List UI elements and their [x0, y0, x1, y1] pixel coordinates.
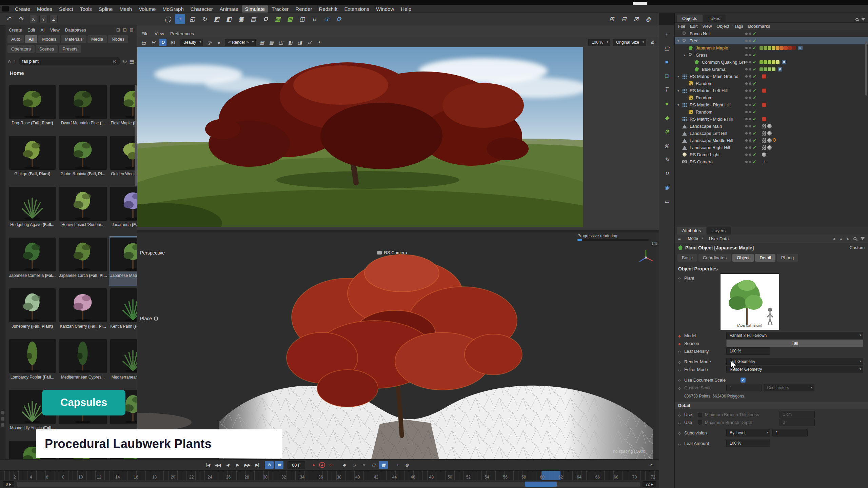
key-rotation-icon[interactable]: ○ [359, 461, 368, 469]
clone-viewer-icon[interactable]: ⊟ [150, 39, 157, 46]
axis-gizmo[interactable] [637, 249, 655, 266]
editor-visibility-dot[interactable] [745, 139, 748, 142]
expand-caret-icon[interactable] [684, 53, 688, 57]
enabled-check-icon[interactable] [753, 131, 758, 136]
om-menu-item[interactable]: Object [716, 24, 729, 29]
section-tab[interactable]: Detail [755, 254, 775, 262]
keyframe-diamond-icon[interactable] [678, 412, 682, 417]
section-tab[interactable]: Coordinates [698, 254, 731, 262]
object-row[interactable]: Landscape Left Hill [675, 130, 868, 137]
editor-visibility-dot[interactable] [745, 111, 748, 113]
detail-view-icon[interactable]: ⊠ [130, 27, 134, 33]
grid-view-icon[interactable]: ⊞ [116, 27, 120, 33]
enable-axis-icon[interactable]: ◎ [662, 140, 672, 151]
axis-lock-button[interactable]: X [29, 15, 37, 23]
search-icon[interactable] [855, 18, 859, 21]
snap-magnet-icon[interactable]: ∪ [662, 168, 672, 179]
keyframe-diamond-icon[interactable] [678, 341, 682, 346]
editor-visibility-dot[interactable] [745, 68, 748, 70]
keyframe-diamond-icon[interactable] [678, 276, 682, 281]
object-row[interactable]: RS Matrix - Left Hill [675, 87, 868, 94]
record-active-objects-icon[interactable]: ⊙ [326, 461, 335, 469]
asset-item[interactable]: Japanese Camellia (Fal... [8, 237, 57, 286]
texture-swatch[interactable] [780, 46, 784, 50]
polygons-mode-icon[interactable]: ◆ [662, 112, 672, 123]
goto-end-icon[interactable]: ▶| [253, 461, 261, 469]
up-folder-icon[interactable]: ↑ [14, 58, 16, 64]
texture-swatch[interactable] [776, 60, 780, 64]
menu-item[interactable]: Select [56, 5, 77, 13]
asset-scrollbar[interactable] [135, 85, 137, 186]
filter-tab[interactable]: Models [38, 35, 60, 43]
object-row[interactable]: RS Matrix - Right Hill [675, 101, 868, 108]
keyframe-diamond-icon[interactable] [678, 367, 682, 372]
filter-tab[interactable]: All [25, 35, 37, 43]
axis-lock-button[interactable]: Y [39, 15, 47, 23]
up-arrow-icon[interactable]: ▲ [839, 237, 843, 241]
render-pass-dropdown[interactable]: Beauty [180, 39, 203, 46]
ab-compare-icon[interactable]: ◫ [277, 39, 284, 46]
save-image-icon[interactable]: ▤ [140, 39, 147, 46]
filter-tab[interactable]: Materials [61, 35, 86, 43]
om-menu-item[interactable]: Tags [734, 24, 743, 29]
use-min-checkbox[interactable] [698, 412, 703, 417]
render-visibility-dot[interactable] [749, 54, 751, 56]
leaf-density-field[interactable]: 100 % [726, 347, 770, 355]
palette-icon[interactable] [1, 423, 4, 427]
aov-channel-icon[interactable]: ● [215, 39, 222, 46]
render-view-menu-item[interactable]: File [141, 31, 149, 36]
texture-swatch[interactable] [772, 60, 775, 64]
checker-tag-icon[interactable] [762, 145, 766, 150]
viewport-divider[interactable] [137, 230, 659, 232]
custom-button[interactable]: Custom [849, 245, 865, 250]
object-row[interactable]: Landscape Main [675, 123, 868, 130]
filter-tab[interactable]: Scenes [36, 45, 58, 53]
render-visibility-dot[interactable] [749, 104, 751, 106]
checker-tag-icon[interactable] [762, 138, 766, 143]
ftag-tag-icon[interactable] [782, 60, 786, 64]
object-row[interactable]: Random [675, 108, 868, 116]
keyframe-diamond-icon[interactable] [678, 333, 682, 338]
texture-swatch[interactable] [792, 46, 796, 50]
camera-label[interactable]: RS Camera [377, 250, 407, 255]
object-row[interactable]: Grass [675, 52, 868, 59]
menu-item[interactable]: Create [12, 5, 34, 13]
rt-toggle[interactable]: RT [169, 39, 178, 45]
simulation-icon[interactable]: ≋ [321, 14, 332, 24]
filter-icon[interactable] [861, 18, 865, 21]
keyframe-diamond-icon[interactable] [678, 430, 682, 435]
asset-item[interactable]: Japanese Larch (Fall, Pl... [58, 237, 108, 286]
om-menu-item[interactable]: Bookmarks [748, 24, 770, 29]
home-icon[interactable]: ⌂ [8, 58, 11, 64]
object-mode-icon[interactable]: □ [662, 70, 672, 81]
bucket-render-icon[interactable]: ▩ [268, 39, 275, 46]
expand-caret-icon[interactable] [677, 75, 682, 78]
viewport-solo-icon[interactable]: ◉ [662, 182, 672, 192]
palette-icon[interactable] [1, 417, 4, 421]
asset-item[interactable]: Mediterranean Cypres... [58, 338, 108, 388]
plant-preview-thumbnail[interactable]: (Acer palmatum) [720, 273, 779, 329]
enabled-check-icon[interactable] [753, 60, 758, 65]
filter-settings-icon[interactable]: ⊙ [123, 58, 127, 64]
object-row[interactable]: Blue Grama [675, 66, 868, 73]
sphere-tag-icon[interactable] [767, 145, 772, 150]
play-icon[interactable]: ▶ [233, 461, 242, 469]
detail-section-header[interactable]: Detail [675, 402, 868, 409]
render-to-picture-icon[interactable]: ▤ [248, 14, 258, 24]
asset-item[interactable]: Globe Robinia (Fall, Pl... [58, 135, 108, 184]
texture-swatch[interactable] [760, 60, 763, 64]
editor-visibility-dot[interactable] [745, 146, 748, 149]
use-max-checkbox[interactable] [698, 420, 703, 425]
keyframe-diamond-icon[interactable] [678, 385, 682, 390]
coordinate-system-icon[interactable]: ◧ [224, 14, 234, 24]
filter-tab[interactable]: Operators [7, 45, 35, 53]
prev-frame-icon[interactable]: ◀ [223, 461, 232, 469]
render-view-icon[interactable]: ▣ [236, 14, 246, 24]
checker-tag-icon[interactable] [762, 124, 766, 128]
sphere-tag-icon[interactable] [762, 152, 766, 157]
redcube-tag-icon[interactable] [762, 103, 766, 107]
menu-item[interactable]: Tracker [268, 5, 292, 13]
asset-item[interactable]: Lombardy Poplar (Fall... [8, 338, 57, 388]
render-view-menu-item[interactable]: Preferences [170, 31, 194, 36]
move-tool-icon[interactable]: + [175, 14, 185, 24]
